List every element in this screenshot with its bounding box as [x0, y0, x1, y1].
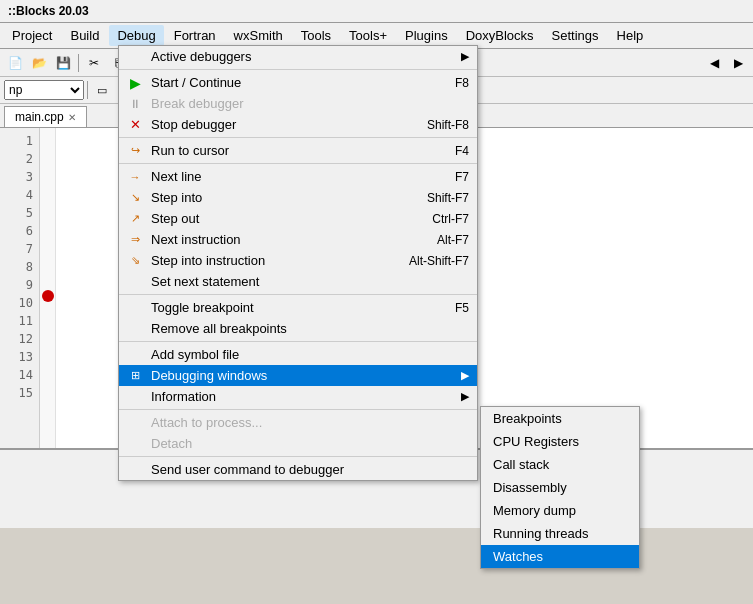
- toolbar-cb1[interactable]: ▭: [91, 79, 113, 101]
- toolbar-new[interactable]: 📄: [4, 52, 26, 74]
- sep-1: [119, 137, 477, 138]
- menu-plugins[interactable]: Plugins: [397, 25, 456, 46]
- next-instruction-label: Next instruction: [151, 232, 241, 247]
- remove-all-breakpoints-label: Remove all breakpoints: [151, 321, 287, 336]
- menu-item-step-into[interactable]: ↘ Step into Shift-F7: [119, 187, 477, 208]
- step-into-instruction-label: Step into instruction: [151, 253, 265, 268]
- memory-dump-label: Memory dump: [493, 503, 576, 518]
- disassembly-label: Disassembly: [493, 480, 567, 495]
- step-into-label: Step into: [151, 190, 202, 205]
- menu-item-information[interactable]: Information ▶: [119, 386, 477, 407]
- toolbar-cut[interactable]: ✂: [83, 52, 105, 74]
- run-to-cursor-label: Run to cursor: [151, 143, 229, 158]
- menu-item-next-line[interactable]: → Next line F7: [119, 166, 477, 187]
- run-to-cursor-shortcut: F4: [425, 144, 469, 158]
- toolbar-scroll-right[interactable]: ▶: [727, 52, 749, 74]
- attach-icon: [125, 415, 145, 431]
- windows-icon: ⊞: [125, 368, 145, 384]
- menu-help[interactable]: Help: [609, 25, 652, 46]
- menu-item-step-into-instruction[interactable]: ⇘ Step into instruction Alt-Shift-F7: [119, 250, 477, 271]
- toolbar-scroll-left[interactable]: ◀: [703, 52, 725, 74]
- project-selector[interactable]: np: [4, 80, 84, 100]
- watches-label: Watches: [493, 549, 543, 564]
- menu-item-active-debuggers[interactable]: Active debuggers ▶: [119, 46, 477, 67]
- menu-item-toggle-breakpoint[interactable]: Toggle breakpoint F5: [119, 297, 477, 318]
- sep-2: [119, 163, 477, 164]
- toggle-breakpoint-shortcut: F5: [425, 301, 469, 315]
- debugging-windows-submenu[interactable]: Breakpoints CPU Registers Call stack Dis…: [480, 406, 640, 569]
- menu-item-run-to-cursor[interactable]: ↪ Run to cursor F4: [119, 140, 477, 161]
- menu-build[interactable]: Build: [62, 25, 107, 46]
- detach-label: Detach: [151, 436, 192, 451]
- step-out-shortcut: Ctrl-F7: [402, 212, 469, 226]
- attach-to-process-label: Attach to process...: [151, 415, 262, 430]
- next-line-icon: →: [125, 169, 145, 185]
- menu-item-send-command[interactable]: Send user command to debugger: [119, 459, 477, 480]
- start-continue-shortcut: F8: [425, 76, 469, 90]
- app-title: ::Blocks 20.03: [8, 4, 89, 18]
- menu-item-step-out[interactable]: ↗ Step out Ctrl-F7: [119, 208, 477, 229]
- run-cursor-icon: ↪: [125, 143, 145, 159]
- menu-item-add-symbol-file[interactable]: Add symbol file: [119, 344, 477, 365]
- break-debugger-label: Break debugger: [151, 96, 244, 111]
- stop-debugger-shortcut: Shift-F8: [397, 118, 469, 132]
- tab-label: main.cpp: [15, 110, 64, 124]
- sep-6: [119, 456, 477, 457]
- menu-project[interactable]: Project: [4, 25, 60, 46]
- submenu-item-call-stack[interactable]: Call stack: [481, 453, 639, 476]
- submenu-item-disassembly[interactable]: Disassembly: [481, 476, 639, 499]
- menu-item-stop-debugger[interactable]: ✕ Stop debugger Shift-F8: [119, 114, 477, 135]
- menu-fortran[interactable]: Fortran: [166, 25, 224, 46]
- set-next-icon: [125, 274, 145, 290]
- step-into-shortcut: Shift-F7: [397, 191, 469, 205]
- stop-icon: ✕: [125, 117, 145, 133]
- submenu-item-memory-dump[interactable]: Memory dump: [481, 499, 639, 522]
- play-icon: ▶: [125, 75, 145, 91]
- line-numbers: 1 2 3 4 5 6 7 8 9 10 11 12 13 14 15: [0, 128, 40, 448]
- running-threads-label: Running threads: [493, 526, 588, 541]
- stop-debugger-label: Stop debugger: [151, 117, 236, 132]
- next-instr-icon: ⇒: [125, 232, 145, 248]
- menu-tools[interactable]: Tools: [293, 25, 339, 46]
- sep-5: [119, 409, 477, 410]
- menu-item-break-debugger: ⏸ Break debugger: [119, 93, 477, 114]
- breakpoint-indicator: [42, 290, 54, 302]
- active-debuggers-arrow: ▶: [451, 50, 469, 63]
- next-line-label: Next line: [151, 169, 202, 184]
- next-line-shortcut: F7: [425, 170, 469, 184]
- submenu-item-cpu-registers[interactable]: CPU Registers: [481, 430, 639, 453]
- submenu-item-running-threads[interactable]: Running threads: [481, 522, 639, 545]
- information-arrow: ▶: [451, 390, 469, 403]
- menu-doxyblocks[interactable]: DoxyBlocks: [458, 25, 542, 46]
- menu-item-start-continue[interactable]: ▶ Start / Continue F8: [119, 72, 477, 93]
- editor-gutter: [40, 128, 56, 448]
- menu-item-set-next-statement[interactable]: Set next statement: [119, 271, 477, 292]
- pause-icon: ⏸: [125, 96, 145, 112]
- menu-debug[interactable]: Debug: [109, 25, 163, 46]
- debug-menu-dropdown[interactable]: Active debuggers ▶ ▶ Start / Continue F8…: [118, 45, 478, 481]
- toolbar-save[interactable]: 💾: [52, 52, 74, 74]
- sep-0: [119, 69, 477, 70]
- submenu-item-breakpoints[interactable]: Breakpoints: [481, 407, 639, 430]
- menu-settings[interactable]: Settings: [544, 25, 607, 46]
- information-label: Information: [151, 389, 216, 404]
- sep4: [87, 81, 88, 99]
- step-into-instruction-shortcut: Alt-Shift-F7: [379, 254, 469, 268]
- debugging-windows-arrow: ▶: [451, 369, 469, 382]
- debugging-windows-label: Debugging windows: [151, 368, 267, 383]
- tab-close-icon[interactable]: ✕: [68, 112, 76, 123]
- menu-item-attach-to-process: Attach to process...: [119, 412, 477, 433]
- step-out-icon: ↗: [125, 211, 145, 227]
- menu-tools-plus[interactable]: Tools+: [341, 25, 395, 46]
- toolbar-open[interactable]: 📂: [28, 52, 50, 74]
- menu-item-remove-all-breakpoints[interactable]: Remove all breakpoints: [119, 318, 477, 339]
- tab-main-cpp[interactable]: main.cpp ✕: [4, 106, 87, 127]
- submenu-item-watches[interactable]: Watches: [481, 545, 639, 568]
- menu-wxsmith[interactable]: wxSmith: [226, 25, 291, 46]
- add-symbol-icon: [125, 347, 145, 363]
- step-into-icon: ↘: [125, 190, 145, 206]
- menu-item-debugging-windows[interactable]: ⊞ Debugging windows ▶: [119, 365, 477, 386]
- sep-4: [119, 341, 477, 342]
- menu-item-next-instruction[interactable]: ⇒ Next instruction Alt-F7: [119, 229, 477, 250]
- detach-icon: [125, 436, 145, 452]
